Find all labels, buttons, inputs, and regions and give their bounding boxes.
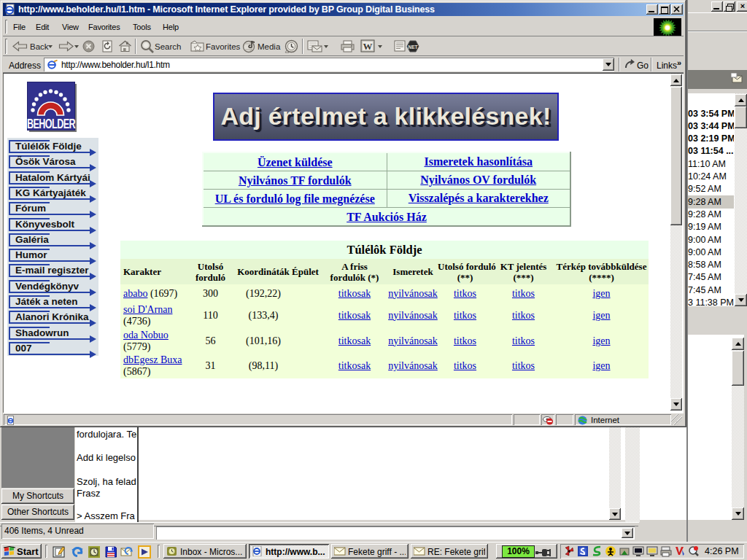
svg-text:NET: NET: [409, 44, 418, 50]
svg-text:BEHOLDER: BEHOLDER: [27, 117, 75, 131]
svg-text:W: W: [363, 41, 373, 52]
